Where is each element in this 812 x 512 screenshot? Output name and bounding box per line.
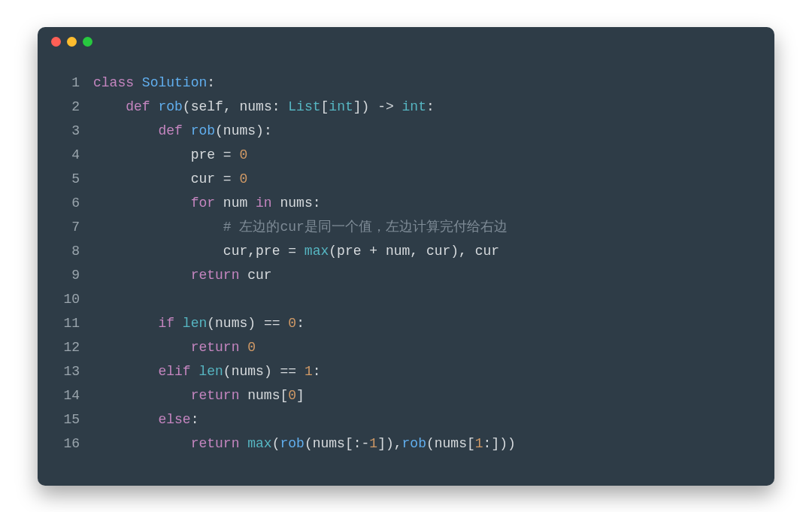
line-number: 2 (38, 95, 93, 119)
token-param: num (386, 244, 410, 259)
token-num: 0 (288, 388, 296, 403)
code-line[interactable]: 1class Solution: (38, 71, 774, 95)
token-op: = (215, 171, 239, 186)
code-content: elif len(nums) == 1: (93, 359, 774, 383)
titlebar (38, 27, 774, 57)
token-fn: rob (191, 123, 215, 138)
token-param: cur (223, 244, 247, 259)
token-param: cur (247, 268, 271, 283)
token-num: 0 (288, 316, 296, 331)
token-typekw: int (329, 99, 353, 114)
code-line[interactable]: 15 else: (38, 407, 774, 432)
token-punct: ]), (377, 436, 401, 451)
token-param: nums (247, 388, 280, 403)
code-line[interactable]: 6 for num in nums: (38, 191, 774, 215)
code-line[interactable]: 13 elif len(nums) == 1: (38, 359, 774, 383)
code-content: else: (93, 407, 774, 432)
token-param: cur (475, 244, 499, 259)
token-op: + (361, 244, 385, 259)
code-line[interactable]: 8 cur,pre = max(pre + num, cur), cur (38, 239, 774, 263)
token-punct: ), (450, 244, 474, 259)
token-num: 0 (239, 171, 247, 186)
token-punct: : (191, 412, 199, 427)
token-param: pre (256, 244, 280, 259)
token-kw: def (126, 99, 150, 114)
line-number: 12 (38, 335, 93, 359)
token-builtin: max (247, 436, 271, 451)
token-builtin: len (183, 316, 207, 331)
code-content: cur,pre = max(pre + num, cur), cur (93, 239, 774, 263)
token-kw: return (191, 340, 240, 355)
token-punct: ] (296, 388, 304, 403)
token-punct: , (247, 244, 256, 259)
code-line[interactable]: 14 return nums[0] (38, 383, 774, 407)
code-window: 1class Solution:2 def rob(self, nums: Li… (38, 27, 774, 486)
token-punct: ]) -> (353, 99, 402, 114)
token-fn: Solution (142, 75, 207, 90)
token-punct: , (223, 99, 240, 114)
token-punct: ( (304, 436, 313, 451)
token-kw: def (158, 123, 182, 138)
token-op: == (264, 316, 280, 331)
token-punct: ( (329, 244, 337, 259)
line-number: 1 (38, 71, 93, 95)
zoom-icon[interactable] (83, 37, 92, 47)
token-param: cur (426, 244, 450, 259)
token-kw: return (191, 268, 240, 283)
token-num: 0 (247, 340, 256, 355)
line-number: 6 (38, 191, 93, 215)
token-param: pre (191, 147, 215, 162)
code-line[interactable]: 11 if len(nums) == 0: (38, 311, 774, 335)
token-fn: rob (402, 436, 426, 451)
code-line[interactable]: 5 cur = 0 (38, 167, 774, 191)
token-punct: [ (280, 388, 288, 403)
token-punct: ( (215, 123, 223, 138)
token-fn: rob (280, 436, 304, 451)
code-line[interactable]: 2 def rob(self, nums: List[int]) -> int: (38, 95, 774, 119)
token-param: nums (435, 436, 467, 451)
code-line[interactable]: 12 return 0 (38, 335, 774, 359)
code-line[interactable]: 4 pre = 0 (38, 143, 774, 167)
token-param: pre (337, 244, 361, 259)
minimize-icon[interactable] (67, 37, 77, 47)
line-number: 4 (38, 143, 93, 167)
close-icon[interactable] (51, 37, 61, 47)
code-editor[interactable]: 1class Solution:2 def rob(self, nums: Li… (38, 57, 774, 486)
line-number: 9 (38, 263, 93, 287)
token-punct: ): (256, 123, 272, 138)
token-punct: :])) (483, 436, 516, 451)
token-builtin: max (304, 244, 329, 259)
token-punct: ( (207, 316, 215, 331)
token-punct: ) (264, 364, 280, 379)
code-line[interactable]: 9 return cur (38, 263, 774, 287)
code-content: return 0 (93, 335, 774, 359)
code-line[interactable]: 7 # 左边的cur是同一个值，左边计算完付给右边 (38, 215, 774, 239)
code-content: class Solution: (93, 71, 774, 95)
line-number: 10 (38, 287, 93, 311)
token-param: nums (239, 99, 271, 114)
code-content: # 左边的cur是同一个值，左边计算完付给右边 (93, 215, 774, 239)
code-content: def rob(self, nums: List[int]) -> int: (93, 95, 774, 119)
token-punct: , (410, 244, 426, 259)
token-kw: else (158, 412, 190, 427)
code-content: def rob(nums): (93, 119, 774, 143)
token-builtin: List (288, 99, 320, 114)
token-kw: elif (158, 364, 190, 379)
code-line[interactable]: 3 def rob(nums): (38, 119, 774, 143)
token-param: cur (191, 171, 215, 186)
token-num: 0 (239, 147, 247, 162)
token-num: 1 (304, 364, 313, 379)
line-number: 11 (38, 311, 93, 335)
token-punct: : (426, 99, 435, 114)
code-line[interactable]: 16 return max(rob(nums[:-1]),rob(nums[1:… (38, 432, 774, 456)
token-typekw: int (402, 99, 426, 114)
code-line[interactable]: 10 (38, 287, 774, 311)
token-punct: : (296, 316, 304, 331)
line-number: 8 (38, 239, 93, 263)
line-number: 3 (38, 119, 93, 143)
token-kw: class (93, 75, 134, 90)
token-op: == (280, 364, 297, 379)
token-punct: [: (345, 436, 362, 451)
token-num: 1 (475, 436, 483, 451)
token-param: nums (313, 436, 345, 451)
